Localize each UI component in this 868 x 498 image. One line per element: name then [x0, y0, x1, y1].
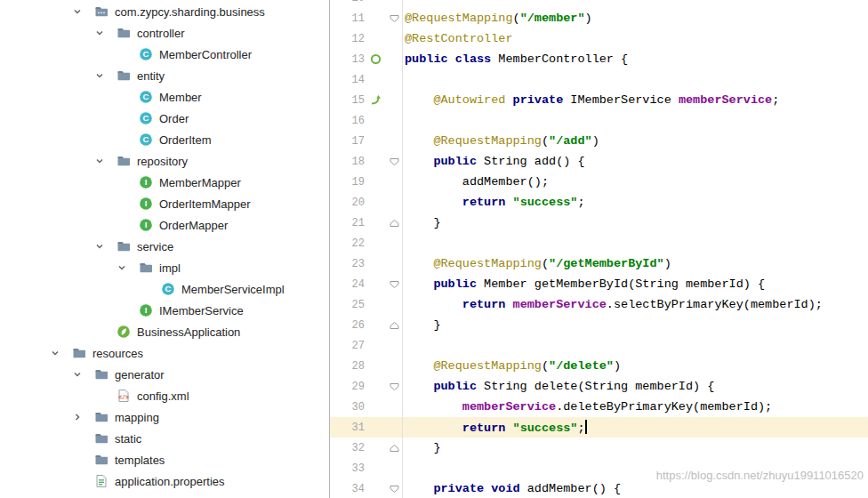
- tree-item-order[interactable]: COrder: [0, 108, 329, 129]
- code-text: return "success";: [402, 420, 587, 435]
- tree-item-label: resources: [92, 347, 143, 360]
- tree-item-generator[interactable]: generator: [0, 364, 329, 385]
- tree-item-label: templates: [115, 454, 165, 467]
- tree-item-controller[interactable]: controller: [0, 22, 329, 44]
- tree-item-config-xml[interactable]: </>config.xml: [0, 385, 329, 406]
- code-line-26[interactable]: 26 }: [330, 315, 868, 335]
- code-line-22[interactable]: 22: [330, 233, 868, 253]
- tree-item-memberserviceimpl[interactable]: CMemberServiceImpl: [0, 278, 329, 300]
- code-line-16[interactable]: 16: [330, 110, 868, 131]
- code-line-18[interactable]: 18 public String add() {: [330, 151, 868, 172]
- text-caret: [585, 420, 587, 434]
- tree-item-com-zypcy-sharding-business[interactable]: com.zypcy.sharding.business: [0, 1, 329, 22]
- code-line-30[interactable]: 30 memberService.deleteByPrimaryKey(memb…: [330, 397, 868, 417]
- chevron-down-icon[interactable]: [72, 6, 94, 17]
- line-number: 12: [330, 33, 365, 45]
- fold-up-icon[interactable]: [386, 444, 402, 453]
- line-number: 10: [330, 0, 365, 4]
- code-line-27[interactable]: 27: [330, 335, 868, 356]
- code-line-28[interactable]: 28 @RequestMapping("/delete"): [330, 356, 868, 376]
- spring-bean-icon[interactable]: [365, 53, 386, 65]
- tree-item-mapping[interactable]: mapping: [0, 406, 329, 428]
- tree-item-label: repository: [137, 155, 188, 168]
- code-line-21[interactable]: 21 }: [330, 213, 868, 233]
- tree-item-repository[interactable]: repository: [0, 150, 329, 172]
- tree-item-ordermapper[interactable]: IOrderMapper: [0, 214, 329, 236]
- line-number: 24: [330, 278, 365, 291]
- tree-item-label: IMemberService: [159, 304, 244, 317]
- chevron-down-icon[interactable]: [94, 70, 117, 81]
- code-text: addMember();: [402, 175, 549, 189]
- svg-text:I: I: [145, 220, 148, 229]
- code-line-12[interactable]: 12@RestController: [330, 28, 868, 49]
- code-text: memberService.deleteByPrimaryKey(memberI…: [402, 400, 772, 414]
- code-line-24[interactable]: 24 public Member getMemberById(String me…: [330, 274, 868, 294]
- tree-item-resources[interactable]: resources: [0, 342, 329, 364]
- code-line-15[interactable]: 15 @Autowired private IMemberService mem…: [330, 90, 868, 110]
- folder-icon: [94, 367, 110, 382]
- code-text: @RequestMapping("/delete"): [402, 359, 621, 373]
- line-number: 13: [330, 53, 365, 66]
- line-number: 29: [330, 381, 365, 393]
- code-line-13[interactable]: 13public class MemberController {: [330, 49, 868, 69]
- line-number: 20: [330, 197, 365, 209]
- fold-up-icon[interactable]: [386, 321, 402, 330]
- tree-item-imemberservice[interactable]: IIMemberService: [0, 300, 329, 321]
- code-line-10[interactable]: 10: [330, 0, 868, 8]
- code-line-29[interactable]: 29 public String delete(String memberId)…: [330, 376, 868, 397]
- chevron-down-icon[interactable]: [94, 156, 117, 166]
- tree-item-label: application.properties: [115, 475, 225, 488]
- line-number: 27: [330, 340, 365, 352]
- fold-down-icon[interactable]: [386, 14, 402, 23]
- code-line-14[interactable]: 14: [330, 69, 868, 90]
- tree-item-partial[interactable]: [0, 492, 329, 498]
- tree-item-member[interactable]: CMember: [0, 86, 329, 108]
- code-line-25[interactable]: 25 return memberService.selectByPrimaryK…: [330, 294, 868, 315]
- line-number: 17: [330, 135, 365, 148]
- code-editor[interactable]: 1011@RequestMapping("/member")12@RestCon…: [329, 0, 868, 498]
- code-text: private void addMember() {: [402, 482, 621, 495]
- line-number: 21: [330, 217, 365, 229]
- interface-icon: I: [139, 303, 155, 317]
- chevron-down-icon[interactable]: [94, 28, 117, 38]
- tree-item-orderitemmapper[interactable]: IOrderItemMapper: [0, 193, 329, 214]
- code-line-20[interactable]: 20 return "success";: [330, 192, 868, 213]
- chevron-down-icon[interactable]: [72, 369, 94, 380]
- tree-item-static[interactable]: static: [0, 428, 329, 449]
- tree-item-label: OrderMapper: [159, 219, 228, 232]
- fold-down-icon[interactable]: [386, 280, 402, 289]
- tree-item-application-properties[interactable]: application.properties: [0, 470, 329, 492]
- chevron-down-icon[interactable]: [117, 262, 139, 273]
- code-line-11[interactable]: 11@RequestMapping("/member"): [330, 8, 868, 28]
- tree-item-membercontroller[interactable]: CMemberController: [0, 44, 329, 65]
- line-number: 11: [330, 12, 365, 25]
- fold-down-icon[interactable]: [386, 382, 402, 391]
- code-text: public String add() {: [402, 155, 585, 168]
- svg-text:I: I: [145, 198, 148, 208]
- svg-text:I: I: [145, 177, 148, 187]
- tree-item-orderitem[interactable]: COrderItem: [0, 129, 329, 150]
- fold-up-icon[interactable]: [386, 219, 402, 228]
- folder-icon: [94, 431, 110, 446]
- svg-text:C: C: [165, 284, 172, 293]
- chevron-right-icon[interactable]: [72, 412, 94, 422]
- code-text: public String delete(String memberId) {: [402, 380, 714, 393]
- tree-item-membermapper[interactable]: IMemberMapper: [0, 172, 329, 193]
- code-line-19[interactable]: 19 addMember();: [330, 172, 868, 192]
- spring-autowired-icon[interactable]: [365, 94, 386, 106]
- tree-item-businessapplication[interactable]: BusinessApplication: [0, 321, 329, 342]
- code-line-32[interactable]: 32 }: [330, 438, 868, 458]
- tree-item-impl[interactable]: impl: [0, 257, 329, 278]
- tree-item-templates[interactable]: templates: [0, 449, 329, 470]
- fold-down-icon[interactable]: [386, 157, 402, 166]
- tree-item-entity[interactable]: entity: [0, 65, 329, 86]
- chevron-down-icon[interactable]: [94, 241, 117, 252]
- code-line-31[interactable]: 31 return "success";: [330, 417, 868, 438]
- fold-down-icon[interactable]: [386, 485, 402, 494]
- tree-item-label: impl: [159, 261, 181, 275]
- code-line-17[interactable]: 17 @RequestMapping("/add"): [330, 131, 868, 151]
- svg-text:C: C: [143, 113, 149, 123]
- tree-item-service[interactable]: service: [0, 236, 329, 257]
- chevron-down-icon[interactable]: [50, 348, 72, 358]
- code-line-23[interactable]: 23 @RequestMapping("/getMemberById"): [330, 253, 868, 274]
